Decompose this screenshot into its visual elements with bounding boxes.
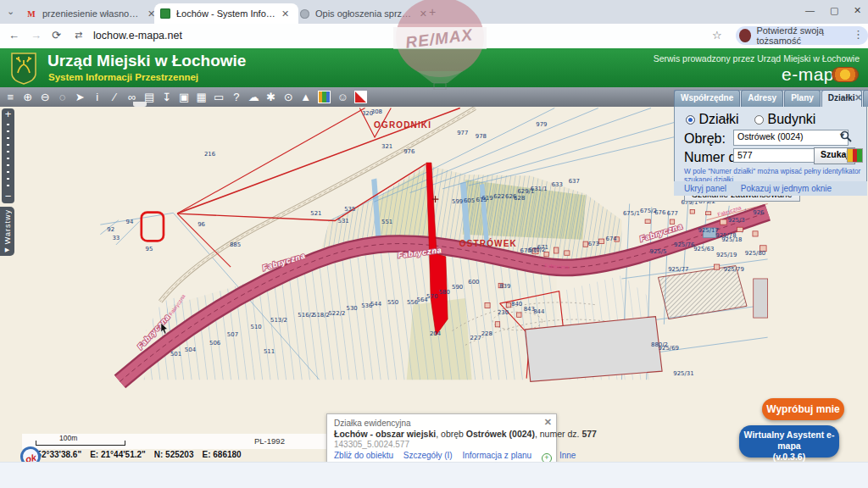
download-icon[interactable]: ↧ bbox=[159, 88, 176, 106]
back-icon[interactable]: ← bbox=[8, 29, 19, 42]
map-label: 510 bbox=[251, 324, 262, 330]
comment-icon[interactable]: ▭ bbox=[210, 88, 228, 106]
map-label: 504 bbox=[185, 347, 196, 353]
popup-close-icon[interactable]: ✕ bbox=[544, 417, 552, 428]
identity-button[interactable]: Potwierdź swoją tożsamość bbox=[736, 26, 868, 45]
tab-search-chevron-icon[interactable]: ⌄ bbox=[7, 6, 14, 17]
extent-icon[interactable]: ▣ bbox=[175, 88, 193, 106]
site-settings-icon[interactable]: ⇄ bbox=[75, 30, 82, 41]
crs-label[interactable]: PL-1992 bbox=[254, 436, 285, 446]
zoom-slider[interactable]: + − bbox=[2, 108, 14, 203]
new-tab-button[interactable]: + bbox=[429, 7, 436, 17]
parcel-number-input[interactable]: 577 bbox=[733, 148, 815, 163]
zoom-out-button[interactable]: − bbox=[2, 191, 14, 202]
avatar bbox=[739, 29, 751, 42]
zoom-out-icon[interactable]: ⊖ bbox=[36, 88, 54, 106]
radio-dzialki-dot[interactable] bbox=[686, 115, 695, 125]
select-area-icon[interactable]: ◌ bbox=[54, 88, 72, 106]
town-crest bbox=[11, 53, 36, 85]
url-text[interactable]: lochow.e-mapa.net bbox=[93, 30, 182, 42]
panel-tab-adresy[interactable]: Adresy bbox=[741, 90, 783, 107]
map-label: OGRODNIKI bbox=[374, 120, 431, 130]
map-label: 925/77 bbox=[668, 266, 688, 273]
browser-menu-icon[interactable]: ⋮ bbox=[853, 28, 864, 41]
zoom-in-icon[interactable]: ⊕ bbox=[19, 88, 37, 106]
assistant-line1: Wirtualny Asystent e-mapa bbox=[739, 430, 839, 452]
help-icon[interactable]: ? bbox=[228, 88, 246, 106]
emapa-globe-icon bbox=[832, 68, 858, 81]
pointer-icon[interactable]: ➤ bbox=[71, 88, 89, 106]
map-label: 637 bbox=[569, 178, 580, 185]
map-label: 550 bbox=[387, 299, 398, 306]
wms-icon[interactable] bbox=[355, 92, 366, 103]
panel-tab-współrzędne[interactable]: Współrzędne bbox=[674, 90, 740, 107]
tab-close-icon[interactable]: ✕ bbox=[281, 8, 289, 19]
cloud-icon[interactable]: ☁ bbox=[245, 88, 263, 106]
map-label: 925/80 bbox=[745, 250, 765, 257]
map-label: 925/79 bbox=[724, 266, 744, 273]
panel-close-icon[interactable]: ✕ bbox=[854, 92, 862, 103]
map-label: 925/19 bbox=[716, 252, 737, 258]
identify-icon[interactable]: i bbox=[89, 88, 107, 106]
map-label: 631/1 bbox=[531, 186, 548, 192]
zoom-to-object-link[interactable]: Zbliż do obiektu bbox=[334, 451, 393, 460]
expand-arrow-icon: ▶ bbox=[5, 247, 9, 253]
window-close-button[interactable]: ✕ bbox=[854, 5, 861, 16]
one-window-link[interactable]: Pokazuj w jednym oknie bbox=[741, 184, 832, 193]
map-label: 501 bbox=[170, 351, 181, 358]
measure-icon[interactable]: ∕ bbox=[106, 88, 124, 106]
map-label: 204 bbox=[430, 330, 441, 337]
settings-icon[interactable]: ✱ bbox=[263, 88, 281, 106]
radio-budynki[interactable]: Budynki bbox=[754, 112, 815, 126]
window-minimize-button[interactable]: — bbox=[805, 5, 815, 15]
map-label: 925/31 bbox=[673, 370, 693, 377]
more-link[interactable]: Inne bbox=[559, 451, 576, 460]
map-label: 622 bbox=[493, 193, 504, 200]
panel-tab-plany[interactable]: Plany bbox=[784, 90, 821, 107]
map-label: 925/76 bbox=[674, 241, 694, 248]
modules-icon[interactable]: ▦ bbox=[193, 88, 211, 106]
layers-panel-tab[interactable]: Warstwy ▶ bbox=[0, 207, 14, 256]
radio-budynki-dot[interactable] bbox=[754, 115, 764, 125]
try-me-button[interactable]: Wypróbuj mnie bbox=[762, 398, 844, 420]
layers-tab-label: Warstwy bbox=[3, 209, 12, 244]
north-arrow-icon[interactable]: ▲ bbox=[298, 88, 315, 106]
map-label: 531 bbox=[338, 218, 349, 225]
map-label: 979 bbox=[536, 121, 547, 128]
map-label: 839 bbox=[499, 283, 510, 290]
map-label: 516/2 bbox=[298, 312, 314, 319]
legend-colors-icon[interactable] bbox=[847, 148, 863, 163]
virtual-assistant-button[interactable]: Wirtualny Asystent e-mapa (v.0.3.6) bbox=[739, 425, 839, 458]
window-maximize-button[interactable]: ▢ bbox=[830, 5, 838, 16]
search-parcel-icon[interactable] bbox=[840, 130, 852, 142]
emapa-favicon bbox=[159, 8, 171, 19]
zoom-in-button[interactable]: + bbox=[2, 108, 14, 120]
tab-close-icon[interactable]: ✕ bbox=[420, 8, 427, 19]
forward-icon[interactable]: → bbox=[31, 29, 42, 42]
map-label: 977 bbox=[457, 130, 468, 136]
map-label: 95 bbox=[146, 246, 153, 252]
browser-tab-emapa[interactable]: Łochów - System Informacji Prz ✕ bbox=[154, 3, 298, 24]
zoom-ticks[interactable] bbox=[2, 121, 14, 191]
legend-icon[interactable] bbox=[318, 91, 331, 103]
plan-info-link[interactable]: Informacja z planu bbox=[462, 451, 531, 460]
map-label: 92 bbox=[107, 226, 114, 233]
map-label: 605 bbox=[464, 197, 475, 204]
tab-title: przeniesienie własności - walde bbox=[42, 8, 142, 19]
reload-icon[interactable]: ⟳ bbox=[52, 29, 61, 42]
layers-icon[interactable]: ≡ bbox=[2, 88, 19, 106]
obreb-select[interactable]: Ostrówek (0024) ▼ bbox=[733, 130, 849, 146]
bookmark-star-icon[interactable]: ☆ bbox=[712, 29, 722, 42]
map-label: 840 bbox=[511, 301, 522, 308]
map-label: 673 bbox=[588, 241, 599, 247]
hide-panel-link[interactable]: Ukryj panel bbox=[684, 184, 726, 193]
contact-icon[interactable]: ☺ bbox=[334, 88, 352, 106]
search-map-icon[interactable]: ⊙ bbox=[280, 88, 298, 106]
panel-tab-obiekty[interactable]: Obiekty bbox=[863, 90, 868, 107]
radio-dzialki[interactable]: Działki bbox=[686, 112, 739, 126]
browser-tab-gmail[interactable]: M przeniesienie własności - walde ✕ bbox=[20, 3, 163, 24]
panel-footer: Ukryj panel Pokazuj w jednym oknie bbox=[674, 181, 867, 196]
browser-tab-listing[interactable]: Opis ogłoszenia sprzedaży ✕ bbox=[293, 3, 432, 24]
details-link[interactable]: Szczegóły (I) bbox=[403, 451, 453, 460]
map-label: 228 bbox=[481, 330, 492, 337]
